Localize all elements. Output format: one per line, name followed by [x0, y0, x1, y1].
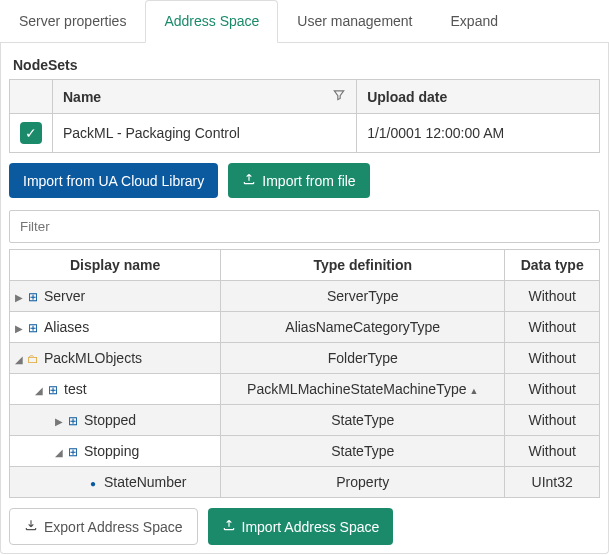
- filter-input[interactable]: [9, 210, 600, 243]
- tree-label: Server: [44, 288, 85, 304]
- node-icon: ⊞: [26, 321, 40, 335]
- expander-icon[interactable]: ▶: [54, 416, 64, 427]
- expander-icon[interactable]: ▶: [14, 292, 24, 303]
- tree-table: Display name Type definition Data type ▶…: [9, 249, 600, 498]
- expander-icon[interactable]: ◢: [14, 354, 24, 365]
- tab-server-properties[interactable]: Server properties: [0, 0, 145, 42]
- checkbox-icon[interactable]: ✓: [20, 122, 42, 144]
- upload-icon: [242, 172, 256, 189]
- expander-icon[interactable]: ◢: [54, 447, 64, 458]
- tree-label: Stopping: [84, 443, 139, 459]
- tree-dtype: Without: [505, 281, 600, 312]
- folder-icon: 🗀: [26, 352, 40, 366]
- node-icon: ⊞: [66, 414, 80, 428]
- tree-dtype: Without: [505, 312, 600, 343]
- tab-address-space[interactable]: Address Space: [145, 0, 278, 43]
- tree-dtype: Without: [505, 405, 600, 436]
- tab-user-management[interactable]: User management: [278, 0, 431, 42]
- expander-icon[interactable]: ▶: [14, 323, 24, 334]
- tree-type: StateType: [221, 436, 505, 467]
- tree-type: ServerType: [221, 281, 505, 312]
- tree-row[interactable]: ◢🗀PackMLObjectsFolderTypeWithout: [10, 343, 600, 374]
- tree-label: test: [64, 381, 87, 397]
- tree-label: StateNumber: [104, 474, 186, 490]
- nodesets-col-upload: Upload date: [357, 80, 600, 114]
- tree-row[interactable]: ◢⊞StoppingStateTypeWithout: [10, 436, 600, 467]
- import-button[interactable]: Import Address Space: [208, 508, 394, 545]
- tree-dtype: Without: [505, 343, 600, 374]
- nodeset-upload: 1/1/0001 12:00:00 AM: [357, 114, 600, 153]
- tabs: Server propertiesAddress SpaceUser manag…: [0, 0, 609, 43]
- tree-type: StateType: [221, 405, 505, 436]
- address-space-panel: NodeSets Name Upload date ✓PackML - Pack…: [0, 43, 609, 554]
- nodesets-col-name: Name: [63, 89, 101, 105]
- nodeset-name: PackML - Packaging Control: [53, 114, 357, 153]
- tree-row[interactable]: ▶⊞AliasesAliasNameCategoryTypeWithout: [10, 312, 600, 343]
- tree-label: Aliases: [44, 319, 89, 335]
- upload-icon: [222, 518, 236, 535]
- sort-indicator-icon: ▲: [470, 386, 479, 396]
- tree-label: PackMLObjects: [44, 350, 142, 366]
- import-file-button[interactable]: Import from file: [228, 163, 369, 198]
- tree-col-name: Display name: [10, 250, 221, 281]
- tree-row[interactable]: ●StateNumberPropertyUInt32: [10, 467, 600, 498]
- tree-row[interactable]: ▶⊞ServerServerTypeWithout: [10, 281, 600, 312]
- variable-icon: ●: [86, 478, 100, 489]
- tree-col-dtype: Data type: [505, 250, 600, 281]
- tab-expand[interactable]: Expand: [432, 0, 517, 42]
- tree-type: Property: [221, 467, 505, 498]
- node-icon: ⊞: [46, 383, 60, 397]
- tree-type: FolderType: [221, 343, 505, 374]
- nodeset-row: ✓PackML - Packaging Control1/1/0001 12:0…: [10, 114, 600, 153]
- download-icon: [24, 518, 38, 535]
- tree-label: Stopped: [84, 412, 136, 428]
- tree-col-type: Type definition: [221, 250, 505, 281]
- tree-row[interactable]: ▶⊞StoppedStateTypeWithout: [10, 405, 600, 436]
- filter-icon[interactable]: [332, 88, 346, 105]
- import-cloud-button[interactable]: Import from UA Cloud Library: [9, 163, 218, 198]
- tree-dtype: Without: [505, 436, 600, 467]
- tree-dtype: Without: [505, 374, 600, 405]
- nodesets-table: Name Upload date ✓PackML - Packaging Con…: [9, 79, 600, 153]
- nodesets-title: NodeSets: [9, 51, 600, 79]
- export-button[interactable]: Export Address Space: [9, 508, 198, 545]
- node-icon: ⊞: [66, 445, 80, 459]
- tree-dtype: UInt32: [505, 467, 600, 498]
- tree-row[interactable]: ◢⊞testPackMLMachineStateMachineType▲With…: [10, 374, 600, 405]
- expander-icon[interactable]: ◢: [34, 385, 44, 396]
- node-icon: ⊞: [26, 290, 40, 304]
- tree-type: AliasNameCategoryType: [221, 312, 505, 343]
- tree-type: PackMLMachineStateMachineType▲: [221, 374, 505, 405]
